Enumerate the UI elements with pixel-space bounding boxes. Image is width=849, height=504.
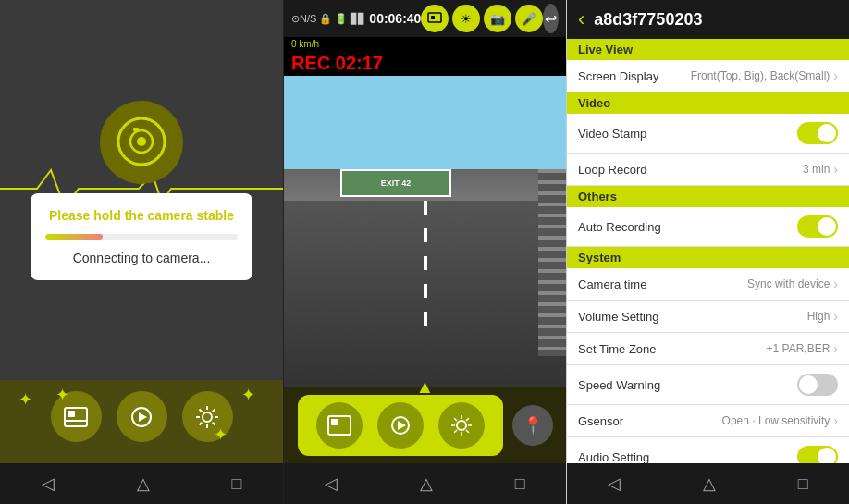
audio-label: Audio Setting — [578, 450, 649, 464]
gallery-toolbar-btn[interactable] — [316, 402, 363, 449]
sparkle-icon-3: ✦ — [55, 385, 69, 405]
setting-volume[interactable]: Volume Setting High › — [567, 301, 849, 333]
section-live-view: Live View — [567, 39, 849, 60]
road-markings — [424, 201, 427, 326]
topbar-left: ⊙N/S 🔒 🔋 ▊▊ 00:06:40 — [291, 11, 421, 26]
settings-header: ‹ a8d3f7750203 — [567, 0, 849, 39]
video-stamp-label: Video Stamp — [578, 127, 646, 141]
panel-recording: ⊙N/S 🔒 🔋 ▊▊ 00:06:40 ☀ 📷 🎤 ↩ 0 km/h REC … — [283, 0, 566, 504]
progress-fill — [45, 234, 103, 240]
setting-audio[interactable]: Audio Setting — [567, 437, 849, 463]
sparkle-icon-4: ✦ — [214, 424, 228, 445]
setting-speed-warning[interactable]: Speed Warning — [567, 365, 849, 405]
settings-back-arrow[interactable]: ‹ — [578, 7, 584, 31]
camera-feed: EXIT 42 — [284, 76, 566, 387]
loop-record-label: Loop Record — [578, 163, 646, 177]
progress-bar — [45, 234, 238, 240]
settings-toolbar-btn[interactable] — [438, 402, 485, 449]
mic-icon-btn[interactable]: 🎤 — [515, 5, 543, 32]
setting-video-stamp[interactable]: Video Stamp — [567, 114, 849, 154]
panel3-back-nav[interactable]: ◁ — [608, 473, 621, 494]
svg-point-2 — [137, 137, 146, 146]
panel2-back-nav[interactable]: ◁ — [325, 473, 338, 494]
sparkle-icon-1: ✦ — [18, 389, 32, 410]
gps-icon: ⊙N/S — [291, 13, 316, 25]
setting-gsensor[interactable]: Gsensor Open · Low sensitivity › — [567, 405, 849, 437]
panel3-recent-nav[interactable]: □ — [798, 474, 808, 494]
svg-marker-8 — [139, 412, 147, 422]
svg-rect-11 — [431, 16, 435, 19]
expand-icon[interactable]: ▲ — [416, 376, 435, 398]
setting-screen-display[interactable]: Screen Display Front(Top, Big), Back(Sma… — [567, 60, 849, 92]
svg-rect-3 — [133, 128, 139, 131]
speed-row: 0 km/h — [284, 37, 566, 51]
section-system: System — [567, 247, 849, 268]
speed-warning-toggle[interactable] — [797, 374, 838, 396]
volume-label: Volume Setting — [578, 310, 658, 324]
svg-rect-13 — [331, 419, 338, 425]
section-video: Video — [567, 92, 849, 114]
lock-icon: 🔒 — [319, 13, 332, 25]
panel2-recent-nav[interactable]: □ — [515, 474, 525, 494]
chevron-icon-2: › — [833, 162, 838, 177]
home-nav[interactable]: △ — [137, 473, 150, 494]
svg-point-9 — [203, 412, 212, 422]
location-button[interactable]: 📍 — [512, 405, 553, 446]
display-icon-btn[interactable] — [421, 5, 449, 32]
svg-rect-4 — [65, 408, 87, 426]
setting-camera-time[interactable]: Camera time Sync with device › — [567, 268, 849, 301]
camera-mode-btn[interactable]: 📷 — [484, 5, 511, 32]
screen-display-label: Screen Display — [578, 69, 658, 83]
battery-icon: 🔋 — [335, 13, 348, 25]
recording-topbar: ⊙N/S 🔒 🔋 ▊▊ 00:06:40 ☀ 📷 🎤 ↩ — [284, 0, 566, 37]
camera-time-value: Sync with device › — [747, 277, 838, 291]
brightness-icon-btn[interactable]: ☀ — [452, 5, 480, 32]
panel1-bottom-section: ✦ ✦ ✦ ✦ ◁ △ □ — [0, 380, 283, 504]
svg-rect-5 — [68, 411, 75, 417]
back-nav[interactable]: ◁ — [42, 473, 55, 494]
sparkle-icon-2: ✦ — [241, 385, 255, 405]
connect-top-area: Please hold the camera stable Connecting… — [0, 0, 283, 380]
auto-recording-toggle[interactable] — [797, 215, 838, 238]
svg-point-16 — [457, 421, 466, 430]
audio-toggle[interactable] — [797, 446, 838, 463]
signal-icon: ▊▊ — [351, 13, 365, 25]
highway-sign: EXIT 42 — [340, 169, 451, 197]
chevron-icon-6: › — [833, 413, 838, 428]
timezone-label: Set Time Zone — [578, 342, 657, 356]
recent-nav[interactable]: □ — [232, 474, 242, 494]
panel1-nav: ◁ △ □ — [0, 463, 283, 504]
auto-recording-label: Auto Recording — [578, 220, 661, 234]
panel2-bottom-toolbar: ▲ 📍 — [284, 387, 566, 463]
chevron-icon: › — [833, 68, 838, 83]
panel-connect: Please hold the camera stable Connecting… — [0, 0, 283, 504]
gsensor-label: Gsensor — [578, 414, 623, 428]
rec-display: REC 02:17 — [284, 51, 566, 76]
panel3-home-nav[interactable]: △ — [703, 473, 716, 494]
setting-timezone[interactable]: Set Time Zone +1 PAR,BER › — [567, 333, 849, 365]
exit-button[interactable]: ↩ — [543, 4, 559, 33]
video-toolbar-btn[interactable] — [377, 402, 424, 449]
section-others: Others — [567, 186, 849, 207]
green-toolbar: ▲ — [298, 395, 503, 456]
panel2-nav: ◁ △ □ — [284, 463, 566, 504]
settings-list: Live View Screen Display Front(Top, Big)… — [567, 39, 849, 463]
bottom-icons-area: ✦ ✦ ✦ ✦ — [0, 380, 283, 463]
timezone-value: +1 PAR,BER › — [767, 341, 838, 356]
chevron-icon-5: › — [833, 341, 838, 356]
setting-loop-record[interactable]: Loop Record 3 min › — [567, 154, 849, 186]
chevron-icon-3: › — [833, 277, 838, 291]
guardrail — [538, 169, 566, 356]
panel2-home-nav[interactable]: △ — [420, 473, 433, 494]
setting-auto-recording[interactable]: Auto Recording — [567, 207, 849, 247]
gsensor-value: Open · Low sensitivity › — [722, 413, 838, 428]
clock-display: 00:06:40 — [369, 11, 421, 26]
screen-display-value: Front(Top, Big), Back(Small) › — [691, 68, 838, 83]
camera-time-label: Camera time — [578, 277, 646, 291]
speed-display: 0 km/h — [284, 37, 566, 51]
connecting-box: Please hold the camera stable Connecting… — [31, 193, 252, 280]
video-stamp-toggle[interactable] — [797, 122, 838, 144]
please-hold-text: Please hold the camera stable — [49, 208, 234, 223]
camera-icon — [100, 101, 183, 184]
video-button[interactable] — [117, 391, 167, 442]
